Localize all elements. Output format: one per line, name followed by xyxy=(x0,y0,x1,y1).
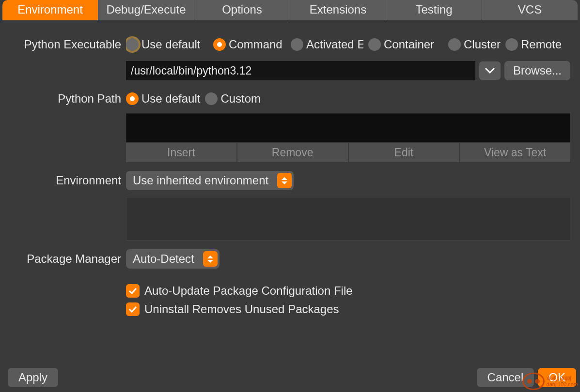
browse-button[interactable]: Browse... xyxy=(504,61,570,80)
radio-label: Use default xyxy=(141,38,200,51)
radio-dot-icon xyxy=(505,38,518,51)
checkbox-uninstall-removes[interactable]: Uninstall Removes Unused Packages xyxy=(126,302,570,316)
radio-dot-icon xyxy=(291,38,303,51)
select-stepper-icon xyxy=(203,251,218,267)
row-python-executable: Python Executable Use default Command Li… xyxy=(5,35,575,80)
radio-container[interactable]: Container xyxy=(368,38,443,51)
radio-label: Custom xyxy=(220,92,261,106)
python-executable-radios: Use default Command Line Activated Env C… xyxy=(126,35,570,54)
radio-dot-icon xyxy=(368,38,381,51)
row-python-path: Python Path Use default Custom Insert Re… xyxy=(5,89,575,162)
package-manager-select[interactable]: Auto-Detect xyxy=(126,249,219,269)
executable-path-row: Browse... xyxy=(126,61,570,80)
python-path-radios: Use default Custom xyxy=(126,89,570,108)
radio-dot-icon xyxy=(126,92,139,105)
radio-path-custom[interactable]: Custom xyxy=(205,92,261,106)
label-package-manager: Package Manager xyxy=(5,249,126,266)
tab-testing[interactable]: Testing xyxy=(386,0,482,20)
radio-dot-icon xyxy=(448,38,461,51)
tab-debug-execute[interactable]: Debug/Execute xyxy=(98,0,194,20)
python-path-buttons: Insert Remove Edit View as Text xyxy=(126,143,570,162)
watermark-logo-icon xyxy=(522,373,545,390)
watermark: 单机100网 danji100.com xyxy=(522,373,578,390)
label-python-executable: Python Executable xyxy=(5,35,126,51)
checkbox-auto-update[interactable]: Auto-Update Package Configuration File xyxy=(126,284,570,298)
environment-select[interactable]: Use inherited environment xyxy=(126,171,294,190)
tab-vcs[interactable]: VCS xyxy=(482,0,578,20)
checkbox-checked-icon xyxy=(126,284,140,298)
radio-use-default[interactable]: Use default xyxy=(126,38,208,51)
radio-label: Cluster xyxy=(464,38,501,51)
checkbox-label: Auto-Update Package Configuration File xyxy=(144,284,353,298)
radio-dot-icon xyxy=(205,92,218,105)
executable-history-dropdown[interactable] xyxy=(479,61,501,80)
radio-activated-env[interactable]: Activated Env xyxy=(291,38,363,51)
tab-bar: Environment Debug/Execute Options Extens… xyxy=(2,0,578,20)
radio-dot-icon xyxy=(213,38,226,51)
chevron-down-icon xyxy=(485,67,495,74)
select-value: Use inherited environment xyxy=(133,174,268,187)
label-python-path: Python Path xyxy=(5,89,126,106)
tab-extensions[interactable]: Extensions xyxy=(290,0,386,20)
view-as-text-button[interactable]: View as Text xyxy=(460,143,570,162)
checkbox-label: Uninstall Removes Unused Packages xyxy=(144,302,339,316)
insert-button[interactable]: Insert xyxy=(126,143,236,162)
select-stepper-icon xyxy=(277,173,292,188)
remove-button[interactable]: Remove xyxy=(237,143,348,162)
tab-environment[interactable]: Environment xyxy=(2,0,98,20)
radio-command-line[interactable]: Command Line xyxy=(213,38,286,51)
radio-label: Command Line xyxy=(229,38,286,51)
radio-cluster[interactable]: Cluster xyxy=(448,38,501,51)
radio-remote[interactable]: Remote xyxy=(505,38,562,51)
radio-label: Use default xyxy=(141,92,200,106)
dialog-footer: Apply Cancel OK xyxy=(0,368,580,387)
checkbox-checked-icon xyxy=(126,302,140,316)
label-environment: Environment xyxy=(5,171,126,187)
row-environment: Environment Use inherited environment xyxy=(5,171,575,241)
edit-button[interactable]: Edit xyxy=(349,143,459,162)
radio-label: Remote xyxy=(521,38,562,51)
radio-label: Activated Env xyxy=(306,38,363,51)
select-value: Auto-Detect xyxy=(133,252,194,266)
settings-panel: Python Executable Use default Command Li… xyxy=(0,20,580,334)
tab-options[interactable]: Options xyxy=(194,0,290,20)
radio-dot-icon xyxy=(126,38,139,51)
python-path-list[interactable] xyxy=(126,113,570,142)
environment-variables-list[interactable] xyxy=(126,197,570,241)
radio-path-use-default[interactable]: Use default xyxy=(126,92,200,106)
python-executable-input[interactable] xyxy=(126,61,475,80)
watermark-text: 单机100网 danji100.com xyxy=(547,376,578,387)
apply-button[interactable]: Apply xyxy=(8,368,58,387)
row-package-manager: Package Manager Auto-Detect Auto-Update … xyxy=(5,249,575,316)
radio-label: Container xyxy=(384,38,434,51)
